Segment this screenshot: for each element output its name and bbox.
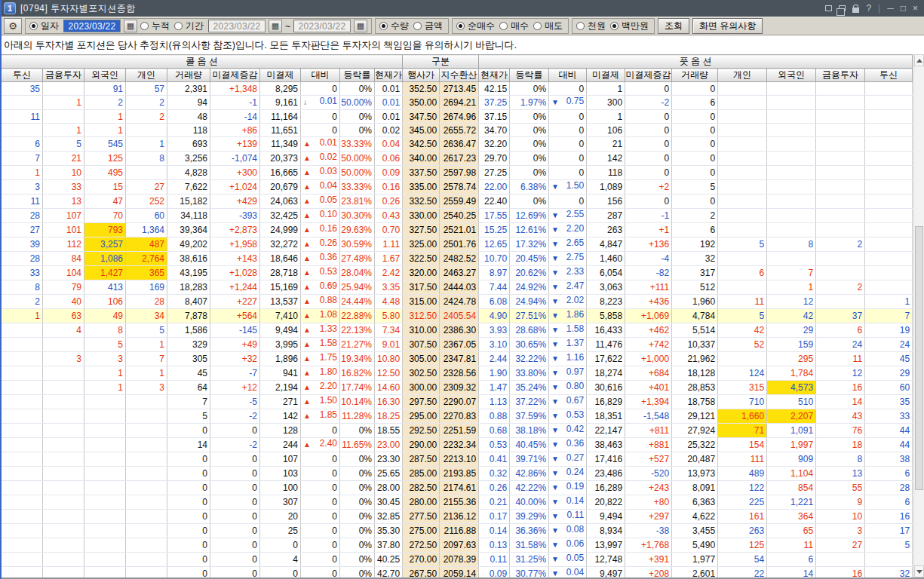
cell[interactable]: 7.44 (479, 280, 510, 295)
cell[interactable]: 0.88 (479, 409, 510, 424)
cell[interactable]: 0.09 (375, 166, 403, 180)
cell[interactable]: 2713.45 (440, 82, 479, 96)
cell[interactable]: 0 (167, 553, 210, 567)
cell[interactable]: 1,086 (84, 252, 126, 266)
cell[interactable]: 20,373 (260, 152, 301, 166)
cell[interactable]: 487 (126, 237, 167, 252)
cell[interactable]: 13,997 (587, 538, 625, 553)
cell[interactable]: 84 (43, 252, 84, 266)
cell[interactable]: 23.81% (340, 195, 375, 209)
cell[interactable]: 15,169 (260, 280, 301, 295)
cell[interactable]: 2 (126, 96, 167, 110)
cell[interactable] (2, 124, 43, 137)
cell[interactable]: 24,063 (260, 195, 301, 209)
cell[interactable]: ▼2.47 (549, 280, 587, 295)
cell[interactable] (43, 82, 84, 96)
vertical-scrollbar[interactable] (913, 54, 924, 577)
cell[interactable]: 5,490 (672, 538, 718, 553)
cell[interactable]: 5 (43, 137, 84, 152)
cell[interactable]: 0 (625, 152, 672, 166)
cell[interactable]: 0.26 (375, 195, 403, 209)
cell[interactable]: -1 (210, 96, 260, 110)
cell[interactable]: 64 (167, 381, 210, 395)
minimize-button[interactable]: ─ (887, 3, 894, 14)
cell[interactable] (2, 495, 43, 510)
cell[interactable]: 15,182 (167, 195, 210, 209)
cell[interactable]: 16,289 (587, 481, 625, 495)
cell[interactable]: 3,256 (167, 152, 210, 166)
cell[interactable]: ▲1.33 (301, 323, 340, 338)
cell[interactable] (865, 180, 913, 195)
cell[interactable]: -520 (625, 467, 672, 481)
cell[interactable]: +564 (210, 309, 260, 323)
cell[interactable] (816, 209, 865, 223)
cell[interactable]: +143 (210, 252, 260, 266)
cell[interactable]: 1,221 (767, 495, 816, 510)
cell[interactable]: 7 (865, 309, 913, 323)
cell[interactable]: 32.85 (375, 510, 403, 524)
cell[interactable]: 24 (816, 338, 865, 352)
cell[interactable]: 352.50 (403, 82, 440, 96)
cell[interactable]: 0 (301, 524, 340, 538)
new-window-icon[interactable] (825, 5, 832, 11)
cell[interactable]: 1 (126, 137, 167, 152)
cell[interactable]: 13,537 (260, 295, 301, 309)
cell[interactable]: 35.30 (375, 524, 403, 538)
cell[interactable] (865, 96, 913, 110)
cell[interactable]: 10.70 (479, 252, 510, 266)
cell[interactable]: +1,958 (210, 237, 260, 252)
cell[interactable]: 29,121 (672, 409, 718, 424)
cell[interactable]: 21.27% (340, 338, 375, 352)
cell[interactable]: ▲0.69 (301, 280, 340, 295)
cell[interactable]: 0 (672, 195, 718, 209)
cell[interactable]: 10.80 (375, 352, 403, 366)
cell[interactable] (767, 137, 816, 152)
cell[interactable]: -5 (210, 395, 260, 409)
cell[interactable]: 47 (84, 195, 126, 209)
cell[interactable]: 244 (260, 438, 301, 452)
table-row[interactable]: 00400%40.25270.002078.390.1131.25%▼0.051… (2, 553, 913, 567)
cell[interactable]: 0.41 (479, 452, 510, 467)
cell[interactable]: 287 (587, 209, 625, 223)
cell[interactable]: 18,758 (672, 395, 718, 409)
cell[interactable]: 21,962 (672, 352, 718, 366)
cell[interactable]: 2174.61 (440, 481, 479, 495)
cell[interactable]: 413 (84, 280, 126, 295)
cell[interactable]: ▲0.88 (301, 295, 340, 309)
cell[interactable]: 1.47 (479, 381, 510, 395)
cell[interactable]: 27 (816, 538, 865, 553)
cell[interactable]: 2309.32 (440, 381, 479, 395)
cell[interactable]: 5 (718, 309, 767, 323)
cell[interactable]: 793 (84, 223, 126, 237)
cell[interactable]: -4 (625, 252, 672, 266)
cell[interactable]: 0 (260, 567, 301, 577)
cell[interactable]: 125 (84, 152, 126, 166)
cell[interactable]: 28.00 (375, 481, 403, 495)
cell[interactable]: 57 (126, 82, 167, 96)
cell[interactable]: 6 (718, 266, 767, 280)
cell[interactable]: 0% (340, 538, 375, 553)
cell[interactable] (43, 510, 84, 524)
cell[interactable]: 0 (549, 110, 587, 124)
cell[interactable]: 9,497 (587, 567, 625, 577)
cell[interactable] (84, 481, 126, 495)
cell[interactable]: 2424.78 (440, 295, 479, 309)
table-row[interactable]: 3591572,391+1,3488,29500%0.01352.502713.… (2, 82, 913, 96)
cell[interactable]: 2,194 (260, 381, 301, 395)
cell[interactable]: -14 (210, 110, 260, 124)
cell[interactable]: 54 (718, 553, 767, 567)
cell[interactable]: ▼2.55 (549, 209, 587, 223)
cell[interactable] (2, 352, 43, 366)
cell[interactable] (2, 538, 43, 553)
cell[interactable]: 2540.25 (440, 209, 479, 223)
cell[interactable]: 0.53 (479, 438, 510, 452)
cell[interactable]: 30.77% (510, 567, 549, 577)
cell[interactable]: 8 (126, 152, 167, 166)
cell[interactable]: 3 (43, 352, 84, 366)
cell[interactable] (718, 110, 767, 124)
cell[interactable]: 0 (625, 110, 672, 124)
cell[interactable]: 11 (816, 352, 865, 366)
cell[interactable] (816, 266, 865, 280)
table-row[interactable]: 7-5271▲1.5010.14%16.30297.502290.071.133… (2, 395, 913, 409)
cell[interactable]: 5 (84, 338, 126, 352)
